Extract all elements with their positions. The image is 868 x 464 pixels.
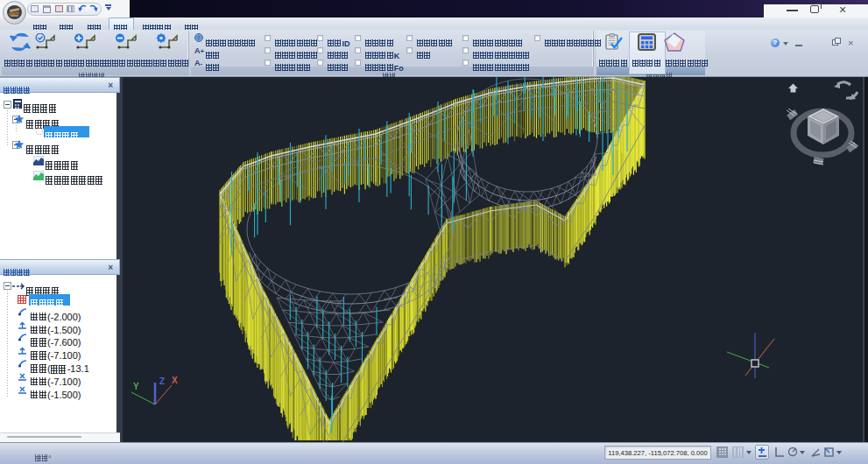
svg-text:X: X <box>172 376 178 385</box>
svg-text:Y: Y <box>133 382 139 391</box>
svg-text:Z: Z <box>159 376 165 386</box>
